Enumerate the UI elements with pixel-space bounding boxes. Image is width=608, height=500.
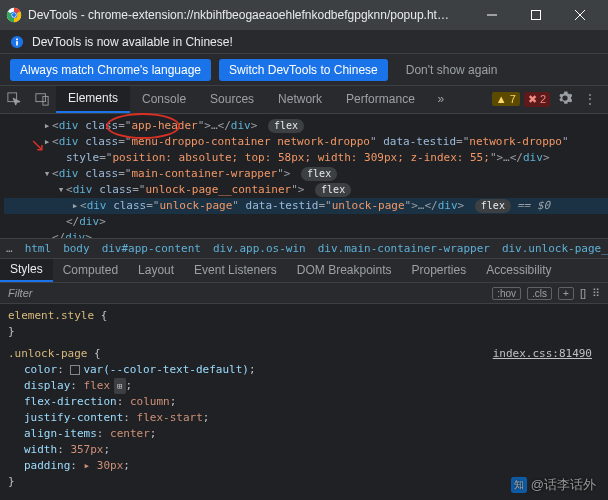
styles-toolbar-icon[interactable]: [] — [580, 287, 586, 299]
breadcrumb-item[interactable]: div.main-container-wrapper — [318, 242, 490, 255]
subtab-properties[interactable]: Properties — [402, 259, 477, 282]
breadcrumb-item[interactable]: … — [6, 242, 13, 255]
always-match-language-button[interactable]: Always match Chrome's language — [10, 59, 211, 81]
devtools-logo-icon — [6, 7, 22, 23]
tab-network[interactable]: Network — [266, 86, 334, 113]
errors-badge[interactable]: ✖ 2 — [524, 92, 550, 107]
flex-badge[interactable]: flex — [301, 167, 337, 181]
errors-count: 2 — [540, 93, 546, 105]
window-close-button[interactable] — [558, 0, 602, 30]
css-source-link[interactable]: index.css:81490 — [493, 346, 592, 362]
css-declaration[interactable]: justify-content: flex-start; — [8, 410, 600, 426]
tab-performance[interactable]: Performance — [334, 86, 427, 113]
flex-badge[interactable]: flex — [268, 119, 304, 133]
css-declaration[interactable]: align-items: center; — [8, 426, 600, 442]
window-maximize-button[interactable] — [514, 0, 558, 30]
flex-badge[interactable]: flex — [315, 183, 351, 197]
subtab-computed[interactable]: Computed — [53, 259, 128, 282]
css-declaration[interactable]: padding: ▸ 30px; — [8, 458, 600, 474]
info-icon — [10, 35, 24, 49]
styles-toolbar-button[interactable]: :hov — [492, 287, 521, 300]
dom-tree-node[interactable]: style="position: absolute; top: 58px; wi… — [4, 150, 608, 166]
dismiss-infobar-button[interactable]: Don't show again — [396, 59, 508, 81]
dom-tree-node[interactable]: ▸<div class="unlock-page" data-testid="u… — [4, 198, 608, 214]
more-options-button[interactable]: ⋮ — [580, 92, 600, 106]
css-declaration[interactable]: width: 357px; — [8, 442, 600, 458]
settings-button[interactable] — [554, 91, 576, 108]
styles-toolbar-button[interactable]: + — [558, 287, 574, 300]
tab-console[interactable]: Console — [130, 86, 198, 113]
subtab-layout[interactable]: Layout — [128, 259, 184, 282]
tab-elements[interactable]: Elements — [56, 86, 130, 113]
infobar-message: DevTools is now available in Chinese! — [32, 35, 598, 49]
main-tabbar: ElementsConsoleSourcesNetworkPerformance… — [0, 86, 608, 114]
elements-dom-tree[interactable]: ▸<div class="app-header">…</div> flex▸<d… — [0, 114, 608, 238]
devtools-locale-infobar: DevTools is now available in Chinese! — [0, 30, 608, 54]
css-rule[interactable]: element.style {} — [8, 308, 600, 340]
window-title: DevTools - chrome-extension://nkbihfbeog… — [28, 8, 470, 22]
flex-editor-icon[interactable]: ⊞ — [114, 378, 125, 394]
styles-subtabbar: StylesComputedLayoutEvent ListenersDOM B… — [0, 259, 608, 283]
svg-rect-13 — [36, 94, 46, 102]
breadcrumb-item[interactable]: div#app-content — [102, 242, 201, 255]
svg-rect-10 — [16, 41, 18, 45]
tab-sources[interactable]: Sources — [198, 86, 266, 113]
dom-tree-node[interactable]: </div> — [4, 214, 608, 230]
dom-tree-node[interactable]: </div> — [4, 230, 608, 238]
breadcrumb-item[interactable]: body — [63, 242, 90, 255]
warning-icon: ▲ — [496, 93, 507, 105]
svg-rect-11 — [16, 38, 18, 40]
svg-rect-6 — [532, 11, 541, 20]
flex-badge[interactable]: flex — [475, 199, 511, 213]
breadcrumb-item[interactable]: div.app.os-win — [213, 242, 306, 255]
styles-pane[interactable]: element.style {}index.css:81490.unlock-p… — [0, 304, 608, 500]
dom-tree-node[interactable]: ▾<div class="main-container-wrapper"> fl… — [4, 166, 608, 182]
warnings-badge[interactable]: ▲ 7 — [492, 92, 520, 106]
more-tabs-button[interactable]: » — [427, 85, 455, 113]
subtab-styles[interactable]: Styles — [0, 259, 53, 282]
dom-tree-node[interactable]: ▸<div class="app-header">…</div> flex — [4, 118, 608, 134]
css-declaration[interactable]: flex-direction: column; — [8, 394, 600, 410]
svg-point-4 — [12, 13, 16, 17]
css-rule[interactable]: index.css:81490.unlock-page {color: var(… — [8, 346, 600, 490]
window-minimize-button[interactable] — [470, 0, 514, 30]
warnings-count: 7 — [510, 93, 516, 105]
dom-breadcrumb[interactable]: …htmlbodydiv#app-contentdiv.app.os-windi… — [0, 238, 608, 259]
switch-language-button[interactable]: Switch DevTools to Chinese — [219, 59, 388, 81]
dom-tree-node[interactable]: ▾<div class="unlock-page__container"> fl… — [4, 182, 608, 198]
error-icon: ✖ — [528, 93, 537, 106]
dom-tree-node[interactable]: ▸<div class="menu-droppo-container netwo… — [4, 134, 608, 150]
device-toolbar-button[interactable] — [28, 85, 56, 113]
css-declaration[interactable]: color: var(--color-text-default); — [8, 362, 600, 378]
styles-toolbar-button[interactable]: .cls — [527, 287, 552, 300]
breadcrumb-item[interactable]: div.unlock-page__contai — [502, 242, 608, 255]
subtab-accessibility[interactable]: Accessibility — [476, 259, 561, 282]
styles-toolbar-icon[interactable]: ⠿ — [592, 287, 600, 300]
window-titlebar: DevTools - chrome-extension://nkbihfbeog… — [0, 0, 608, 30]
infobar-actions: Always match Chrome's language Switch De… — [0, 54, 608, 85]
styles-filter-input[interactable] — [0, 283, 492, 303]
inspect-element-button[interactable] — [0, 85, 28, 113]
breadcrumb-item[interactable]: html — [25, 242, 52, 255]
subtab-event-listeners[interactable]: Event Listeners — [184, 259, 287, 282]
styles-filter-row: :hov.cls+[]⠿ — [0, 283, 608, 304]
subtab-dom-breakpoints[interactable]: DOM Breakpoints — [287, 259, 402, 282]
css-declaration[interactable]: display: flex⊞; — [8, 378, 600, 394]
